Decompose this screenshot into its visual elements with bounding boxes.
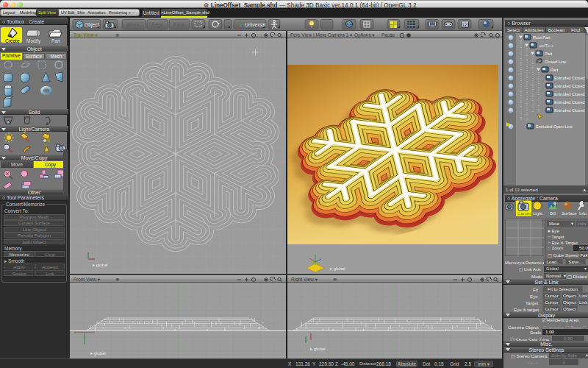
svg-text:Universal: Universal: [245, 22, 266, 27]
svg-text:Extruded Closed: Extruded Closed: [554, 108, 584, 113]
svg-text:Extruded Closed: Extruded Closed: [554, 76, 584, 80]
svg-text:Face: Face: [173, 22, 184, 27]
svg-text:Surface: Surface: [562, 211, 577, 216]
svg-text:▸ global: ▸ global: [330, 266, 345, 271]
svg-text:Part: Part: [545, 52, 553, 56]
svg-text:▸ global: ▸ global: [90, 351, 106, 355]
svg-text:Info: Info: [579, 211, 587, 216]
svg-text:Edge: Edge: [151, 22, 163, 28]
svg-text:Part: Part: [551, 68, 559, 72]
svg-text:Object: Object: [85, 22, 99, 28]
svg-text:Wires: Wires: [126, 22, 140, 27]
svg-text:Extruded Closed: Extruded Closed: [554, 84, 584, 88]
svg-text:Extruded Open Line: Extruded Open Line: [536, 124, 573, 129]
svg-text:Extruded Closed: Extruded Closed: [554, 100, 584, 105]
svg-text:Light: Light: [533, 211, 542, 216]
svg-text:«∞/T»-+: «∞/T»-+: [539, 43, 553, 48]
svg-text:Root Part: Root Part: [533, 35, 551, 40]
svg-text:▸ global: ▸ global: [310, 347, 326, 351]
svg-text:123: 123: [462, 23, 470, 27]
svg-text:Camera: Camera: [517, 211, 534, 216]
svg-text:Extruded Closed: Extruded Closed: [554, 92, 584, 96]
svg-text:▸ global: ▸ global: [93, 263, 108, 267]
svg-text:BG: BG: [550, 211, 556, 216]
svg-text:Closed Line: Closed Line: [545, 60, 567, 64]
